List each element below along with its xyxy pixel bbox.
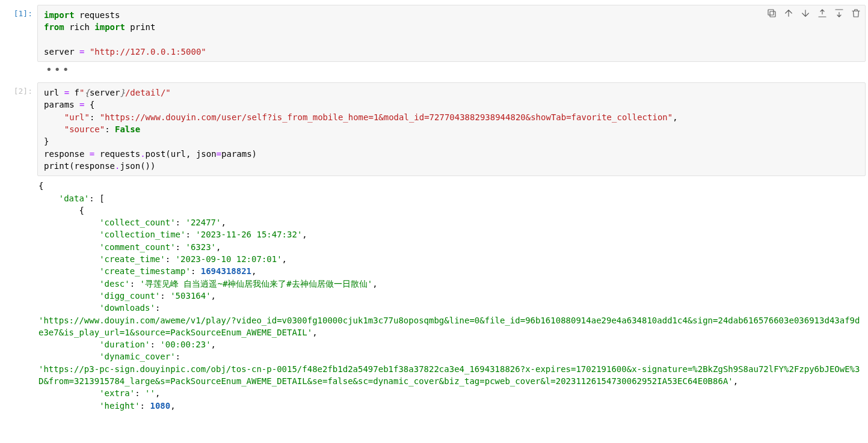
output-line: 'extra': '', xyxy=(38,387,864,399)
code-line: response = requests.post(url, json=param… xyxy=(44,148,859,160)
arrow-up-icon[interactable] xyxy=(783,8,794,19)
arrow-down-icon[interactable] xyxy=(800,8,811,19)
output-line: 'height': 1080, xyxy=(38,400,864,412)
svg-rect-1 xyxy=(768,10,774,15)
code-line: import requests xyxy=(44,9,859,21)
svg-rect-0 xyxy=(770,11,775,17)
output-prompt xyxy=(2,177,37,414)
code-cell-1: [1]: import requests from rich import pr… xyxy=(2,5,866,62)
output-line: 'https://www.douyin.com/aweme/v1/play/?v… xyxy=(38,314,864,339)
output-line: 'https://p3-pc-sign.douyinpic.com/obj/to… xyxy=(38,363,864,388)
delete-icon[interactable] xyxy=(851,8,861,19)
output-line: { xyxy=(38,180,864,192)
output-line: 'collection_time': '2023-11-26 15:47:32'… xyxy=(38,228,864,240)
collapsed-cell-indicator[interactable]: ••• xyxy=(2,64,866,75)
code-line: server = "http://127.0.0.1:5000" xyxy=(44,46,859,58)
input-area-2[interactable]: url = f"{server}/detail/" params = { "ur… xyxy=(37,82,866,176)
code-cell-2: [2]: url = f"{server}/detail/" params = … xyxy=(2,82,866,176)
output-line: 'duration': '00:00:23', xyxy=(38,338,864,350)
output-line: { xyxy=(38,204,864,216)
input-area-1[interactable]: import requests from rich import print s… xyxy=(37,5,866,62)
code-line: url = f"{server}/detail/" xyxy=(44,87,859,99)
output-line: 'create_time': '2023-09-10 12:07:01', xyxy=(38,253,864,265)
insert-below-icon[interactable] xyxy=(834,8,845,19)
code-line: print(response.json()) xyxy=(44,160,859,172)
ellipsis-icon: ••• xyxy=(37,64,71,75)
output-area: { 'data': [ { 'collect_count': '22477', … xyxy=(37,177,866,414)
output-line: 'collect_count': '22477', xyxy=(38,216,864,228)
output-cell-2: { 'data': [ { 'collect_count': '22477', … xyxy=(2,177,866,414)
insert-above-icon[interactable] xyxy=(817,8,828,19)
code-line: "url": "https://www.douyin.com/user/self… xyxy=(44,111,859,123)
code-line: params = { xyxy=(44,99,859,111)
input-prompt-1: [1]: xyxy=(2,5,37,62)
output-line: 'dynamic_cover': xyxy=(38,350,864,362)
output-line: 'comment_count': '6323', xyxy=(38,241,864,253)
output-line: 'desc': '寻莲见峰 自当逍遥~#神仙居我仙来了#去神仙居做一日散仙', xyxy=(38,278,864,290)
output-line: 'create_timestamp': 1694318821, xyxy=(38,265,864,277)
copy-icon[interactable] xyxy=(766,8,777,19)
cell-toolbar xyxy=(766,8,861,19)
output-line: 'data': [ xyxy=(38,192,864,204)
output-line: 'downloads': xyxy=(38,302,864,314)
input-prompt-2: [2]: xyxy=(2,82,37,176)
code-line: "source": False xyxy=(44,123,859,135)
output-line: 'digg_count': '503164', xyxy=(38,290,864,302)
code-line xyxy=(44,34,859,46)
code-line: } xyxy=(44,135,859,147)
code-line: from rich import print xyxy=(44,21,859,33)
